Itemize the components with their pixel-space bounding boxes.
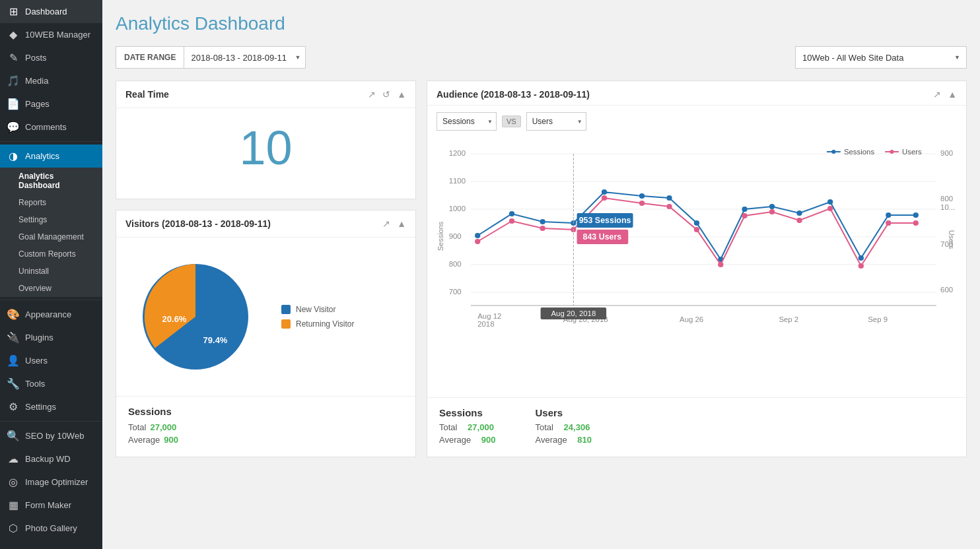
svg-point-55: [769, 209, 775, 214]
sidebar-item-seo[interactable]: 🔍 SEO by 10Web: [0, 424, 102, 447]
vs-badge: VS: [502, 115, 521, 127]
panels-row: Real Time ↗ ↺ ▲ 10 Visitors (2018-08-13 …: [116, 81, 967, 457]
sidebar-item-media[interactable]: 🎵 Media: [0, 69, 102, 92]
svg-text:Aug 26: Aug 26: [680, 315, 703, 323]
svg-point-35: [666, 195, 672, 201]
sessions-avg-label: Average: [128, 435, 160, 445]
svg-text:10...: 10...: [940, 203, 955, 211]
submenu-reports[interactable]: Reports: [0, 194, 102, 211]
pie-chart: 20.6% 79.4%: [129, 251, 262, 383]
sidebar-item-form-maker[interactable]: ▦ Form Maker: [0, 494, 102, 517]
sessions-avg-val: 900: [164, 435, 178, 445]
sidebar-item-appearance[interactable]: 🎨 Appearance: [0, 303, 102, 326]
date-range-select[interactable]: 2018-08-13 - 2018-09-11: [184, 46, 306, 69]
svg-text:2018: 2018: [477, 320, 494, 328]
pages-icon: 📄: [7, 98, 20, 110]
aud-sessions-avg-label: Average: [439, 435, 471, 445]
sidebar-item-comments[interactable]: 💬 Comments: [0, 115, 102, 139]
sessions-title: Sessions: [128, 406, 403, 417]
new-visitor-dot: [281, 305, 291, 314]
metric2-select[interactable]: Users Sessions Pageviews: [526, 112, 586, 131]
visitors-export-icon[interactable]: ↗: [382, 218, 390, 229]
sidebar-item-photo-gallery[interactable]: ⬡ Photo Gallery: [0, 517, 102, 540]
sidebar-item-10web[interactable]: ◆ 10WEB Manager: [0, 23, 102, 46]
media-icon: 🎵: [7, 75, 20, 87]
submenu-custom-reports[interactable]: Custom Reports: [0, 245, 102, 263]
metric1-select[interactable]: Sessions Users Pageviews: [437, 112, 497, 131]
sidebar-item-image-optimizer[interactable]: ◎ Image Optimizer: [0, 470, 102, 494]
visitors-header: Visitors (2018-08-13 - 2018-09-11) ↗ ▲: [116, 210, 415, 238]
svg-point-58: [858, 263, 864, 269]
svg-text:Sep 2: Sep 2: [779, 315, 798, 323]
dashboard-icon: ⊞: [7, 5, 20, 18]
metric2-wrap[interactable]: Users Sessions Pageviews: [526, 112, 586, 131]
sidebar-item-analytics[interactable]: ◑ Analytics: [0, 145, 102, 168]
realtime-controls: ↗ ↺ ▲: [368, 89, 406, 100]
submenu-label-overview: Overview: [18, 284, 52, 293]
audience-sessions-title: Sessions: [439, 407, 496, 418]
sessions-total-label: Total: [128, 422, 146, 432]
sessions-total-row: Total 27,000: [128, 422, 403, 432]
toolbar: DATE RANGE 2018-08-13 - 2018-09-11 10Web…: [116, 46, 967, 69]
aud-sessions-avg-val: 900: [481, 435, 496, 445]
metric1-wrap[interactable]: Sessions Users Pageviews: [437, 112, 497, 131]
svg-point-30: [509, 211, 514, 216]
date-range-wrapper[interactable]: 2018-08-13 - 2018-09-11: [184, 46, 306, 69]
pie-legend: New Visitor Returning Visitor: [281, 305, 355, 329]
right-column: Audience (2018-08-13 - 2018-09-11) ↗ ▲ S…: [427, 81, 967, 457]
svg-point-33: [602, 189, 607, 195]
sessions-stats: Sessions Total 27,000 Average 900: [116, 396, 415, 457]
analytics-submenu: Analytics Dashboard Reports Settings Goa…: [0, 168, 102, 297]
sidebar-label-photo-gallery: Photo Gallery: [25, 523, 77, 533]
sidebar-label-settings: Settings: [25, 402, 56, 412]
10web-icon: ◆: [7, 28, 20, 41]
aud-users-total-val: 24,306: [564, 422, 590, 432]
sidebar-item-settings[interactable]: ⚙ Settings: [0, 395, 102, 418]
svg-point-72: [890, 150, 893, 154]
tools-icon: 🔧: [7, 377, 20, 390]
aud-users-avg-val: 810: [577, 435, 592, 445]
submenu-analytics-dashboard[interactable]: Analytics Dashboard: [0, 168, 102, 194]
page-title: Analytics Dashboard: [116, 13, 967, 34]
sidebar-item-users[interactable]: 👤 Users: [0, 349, 102, 372]
aud-users-total-label: Total: [536, 422, 553, 432]
sidebar-label-image-optimizer: Image Optimizer: [25, 477, 88, 487]
aud-users-total: Total 24,306: [536, 422, 592, 432]
site-select[interactable]: 10Web - All Web Site Data: [795, 46, 967, 69]
sidebar-item-posts[interactable]: ✎ Posts: [0, 46, 102, 69]
sidebar-item-pages[interactable]: 📄 Pages: [0, 92, 102, 115]
submenu-overview[interactable]: Overview: [0, 280, 102, 297]
realtime-export-icon[interactable]: ↗: [368, 89, 376, 100]
sidebar-item-plugins[interactable]: 🔌 Plugins: [0, 326, 102, 349]
sidebar-item-backup[interactable]: ☁ Backup WD: [0, 447, 102, 470]
realtime-collapse-icon[interactable]: ▲: [397, 89, 406, 100]
svg-point-41: [827, 199, 833, 205]
visitors-collapse-icon[interactable]: ▲: [397, 218, 406, 229]
aud-users-avg: Average 810: [536, 435, 592, 445]
realtime-title: Real Time: [125, 89, 169, 100]
svg-text:20.6%: 20.6%: [162, 314, 187, 324]
audience-sessions-block: Sessions Total 27,000 Average 900: [439, 407, 496, 447]
svg-point-59: [886, 220, 891, 226]
sidebar-item-dashboard[interactable]: ⊞ Dashboard: [0, 0, 102, 23]
photo-gallery-icon: ⬡: [7, 522, 20, 534]
aud-sessions-total-label: Total: [439, 422, 457, 432]
svg-text:843 Users: 843 Users: [583, 232, 622, 242]
sidebar-label-pages: Pages: [25, 99, 50, 109]
audience-export-icon[interactable]: ↗: [933, 89, 941, 100]
submenu-uninstall[interactable]: Uninstall: [0, 263, 102, 280]
sidebar-item-tools[interactable]: 🔧 Tools: [0, 372, 102, 395]
realtime-refresh-icon[interactable]: ↺: [382, 89, 390, 100]
appearance-icon: 🎨: [7, 308, 20, 321]
users-icon: 👤: [7, 354, 20, 367]
audience-users-title: Users: [536, 407, 592, 418]
audience-panel: Audience (2018-08-13 - 2018-09-11) ↗ ▲ S…: [427, 81, 967, 457]
audience-header: Audience (2018-08-13 - 2018-09-11) ↗ ▲: [427, 81, 966, 106]
site-select-wrapper[interactable]: 10Web - All Web Site Data: [795, 46, 967, 69]
submenu-settings[interactable]: Settings: [0, 211, 102, 228]
svg-point-49: [602, 195, 607, 201]
audience-collapse-icon[interactable]: ▲: [948, 89, 957, 100]
sidebar-label-plugins: Plugins: [25, 333, 53, 342]
submenu-goal-management[interactable]: Goal Management: [0, 228, 102, 245]
posts-icon: ✎: [7, 51, 20, 64]
